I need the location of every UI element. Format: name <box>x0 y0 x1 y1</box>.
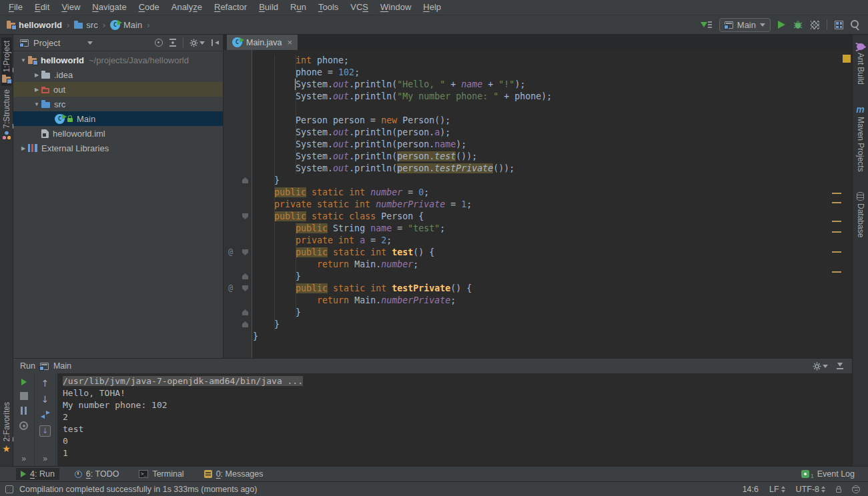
expander-closed-icon[interactable]: ▶ <box>32 87 41 93</box>
annotation-at-icon[interactable]: @ <box>228 283 233 293</box>
fold-end-icon[interactable] <box>242 321 248 327</box>
caret-position-widget[interactable]: 14:6 <box>743 485 759 494</box>
code-line-21[interactable]: return Main.numberPrivate; <box>253 295 839 307</box>
toolwindow-switcher-icon[interactable] <box>5 485 13 493</box>
search-everywhere-icon[interactable] <box>851 20 860 29</box>
code-line-6[interactable]: Person person = new Person(); <box>253 115 839 127</box>
code-line-2[interactable]: phone = 102; <box>253 67 839 79</box>
debug-button[interactable] <box>793 20 803 29</box>
menu-help[interactable]: Help <box>417 0 447 15</box>
tree-row-main[interactable]: CMain <box>13 111 223 126</box>
tool-button-ant-build[interactable]: Ant Build <box>855 40 866 88</box>
breadcrumb-main[interactable]: CMain <box>109 20 143 30</box>
collapse-all-icon[interactable] <box>169 39 177 47</box>
expander-closed-icon[interactable]: ▶ <box>32 72 41 78</box>
code-line-15[interactable]: public String name = "test"; <box>253 223 839 235</box>
menu-analyze[interactable]: Analyze <box>165 0 208 15</box>
editor-body[interactable]: @@ int phone; phone = 102; System.out.pr… <box>224 50 852 358</box>
locate-file-icon[interactable] <box>155 39 163 47</box>
menu-view[interactable]: View <box>55 0 86 15</box>
fold-end-icon[interactable] <box>242 273 248 279</box>
console-line[interactable]: 0 <box>63 435 852 447</box>
expander-closed-icon[interactable]: ▶ <box>19 145 28 151</box>
menu-window[interactable]: Window <box>374 0 417 15</box>
encoding-widget[interactable]: UTF-8 <box>796 485 825 494</box>
project-panel-title[interactable]: Project <box>33 38 60 48</box>
fold-start-icon[interactable] <box>242 249 248 255</box>
code-line-14[interactable]: public static class Person { <box>253 211 839 223</box>
vcs-update-icon[interactable] <box>701 20 712 29</box>
chevron-down-icon[interactable] <box>87 41 93 45</box>
code-line-13[interactable]: private static int numberPrivate = 1; <box>253 199 839 211</box>
expander-open-icon[interactable]: ▼ <box>32 101 41 107</box>
more-actions-chevron[interactable]: » <box>43 454 47 463</box>
code-line-10[interactable]: System.out.println(person.testPrivate())… <box>253 163 839 175</box>
tree-row-external-libraries[interactable]: ▶External Libraries <box>13 141 223 155</box>
console-line[interactable]: /usr/lib/jvm/java-7-openjdk-amd64/bin/ja… <box>63 375 852 387</box>
run-button[interactable] <box>778 21 785 29</box>
tree-row-src[interactable]: ▼src <box>13 97 223 111</box>
scroll-to-end-button[interactable]: ↓ <box>39 425 51 437</box>
error-stripe-mark[interactable] <box>832 202 841 203</box>
expander-open-icon[interactable]: ▼ <box>19 57 28 63</box>
code-line-24[interactable]: } <box>253 331 839 343</box>
fold-end-icon[interactable] <box>242 309 248 315</box>
code-line-12[interactable]: public static int number = 0; <box>253 187 839 199</box>
code-line-11[interactable]: } <box>253 175 839 187</box>
fold-end-icon[interactable] <box>242 177 248 183</box>
code-line-19[interactable]: } <box>253 271 839 283</box>
tab-main-java[interactable]: C Main.java × <box>227 35 298 50</box>
restore-layout-button[interactable] <box>41 411 50 419</box>
error-stripe-mark[interactable] <box>832 231 841 233</box>
code-line-18[interactable]: return Main.number; <box>253 259 839 271</box>
code-line-5[interactable] <box>253 103 839 115</box>
line-separator-widget[interactable]: LF <box>769 485 785 494</box>
error-stripe-mark[interactable] <box>832 193 841 194</box>
code-line-20[interactable]: public static int testPrivate() { <box>253 283 839 295</box>
hide-panel-icon[interactable] <box>836 362 844 370</box>
run-config-selector[interactable]: Main <box>719 18 771 32</box>
thread-dump-button[interactable] <box>19 421 28 430</box>
menu-edit[interactable]: Edit <box>29 0 55 15</box>
code-line-23[interactable]: } <box>253 319 839 331</box>
tool-button-favorites[interactable]: 2:Favorites★ <box>1 399 12 457</box>
tool-button-run[interactable]: 4: Run <box>16 468 59 480</box>
tool-button-maven-projects[interactable]: mMaven Projects <box>855 101 866 175</box>
code-line-16[interactable]: private int a = 2; <box>253 235 839 247</box>
menu-code[interactable]: Code <box>133 0 165 15</box>
console-line[interactable]: My number phone: 102 <box>63 399 852 411</box>
code-pane[interactable]: int phone; phone = 102; System.out.print… <box>253 50 839 358</box>
tree-row-helloworld-iml[interactable]: helloworld.iml <box>13 126 223 141</box>
code-line-9[interactable]: System.out.println(person.test()); <box>253 151 839 163</box>
code-line-8[interactable]: System.out.println(person.name); <box>253 139 839 151</box>
tool-button-project[interactable]: 1:Project <box>1 37 12 86</box>
inspections-profile-icon[interactable] <box>852 485 860 493</box>
breadcrumb-helloworld[interactable]: helloworld <box>5 20 63 30</box>
unlock-icon[interactable] <box>836 489 841 493</box>
up-stack-trace-button[interactable]: ↑ <box>41 379 49 388</box>
menu-tools[interactable]: Tools <box>312 0 344 15</box>
event-log-button[interactable]: 1 Event Log <box>801 469 855 479</box>
console-line[interactable]: 1 <box>63 447 852 459</box>
tool-button-terminal[interactable]: >_Terminal <box>134 468 188 480</box>
code-line-7[interactable]: System.out.println(person.a); <box>253 127 839 139</box>
pause-output-button[interactable] <box>21 407 27 415</box>
stop-button[interactable] <box>20 392 28 400</box>
console-line[interactable]: Hello, TOHA! <box>63 387 852 399</box>
menu-file[interactable]: File <box>3 0 29 15</box>
close-icon[interactable]: × <box>288 37 293 47</box>
down-stack-trace-button[interactable]: ↓ <box>41 395 49 404</box>
tree-row-helloworld[interactable]: ▼helloworld~/projects/Java/helloworld <box>13 53 223 67</box>
code-line-3[interactable]: System.out.println("Hello, " + name + "!… <box>253 79 839 91</box>
console-output[interactable]: /usr/lib/jvm/java-7-openjdk-amd64/bin/ja… <box>57 373 852 466</box>
menu-vcs[interactable]: VCS <box>344 0 374 15</box>
error-stripe-mark[interactable] <box>832 271 841 273</box>
tool-button-messages[interactable]: 0: Messages <box>199 468 268 480</box>
hide-panel-icon[interactable] <box>211 39 219 47</box>
tree-row-idea[interactable]: ▶.idea <box>13 67 223 82</box>
project-structure-button[interactable] <box>835 21 843 29</box>
annotation-at-icon[interactable]: @ <box>228 247 233 257</box>
tool-button-todo[interactable]: 6: TODO <box>70 468 124 480</box>
error-stripe-mark[interactable] <box>832 251 841 253</box>
menu-build[interactable]: Build <box>253 0 284 15</box>
